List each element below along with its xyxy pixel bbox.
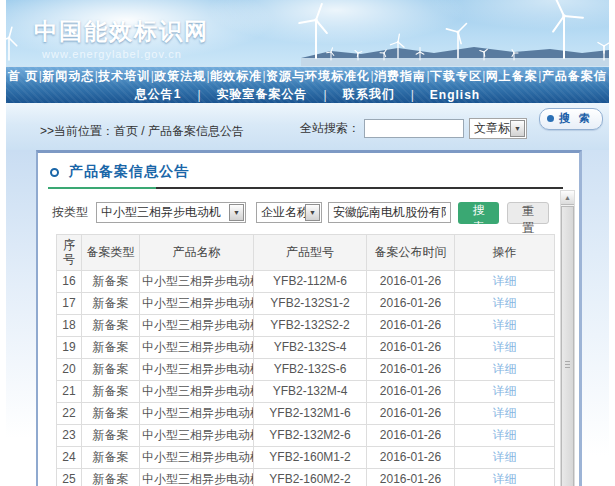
detail-link[interactable]: 详细 [493, 472, 517, 486]
filter-search-button[interactable]: 搜索 [458, 202, 500, 224]
search-category-select[interactable]: 文章标题 ▼ [469, 118, 527, 139]
table-row: 18 新备案 中小型三相异步电动机 YFB2-132S2-2 2016-01-2… [57, 314, 555, 336]
table-row: 25 新备案 中小型三相异步电动机 YFB2-160M2-2 2016-01-2… [57, 468, 555, 486]
detail-link[interactable]: 详细 [493, 340, 517, 354]
table-row: 17 新备案 中小型三相异步电动机 YFB2-132S1-2 2016-01-2… [57, 292, 555, 314]
site-search-button[interactable]: 搜 索 [539, 108, 603, 130]
cell-record-type: 新备案 [82, 292, 140, 314]
cell-publish-date: 2016-01-26 [367, 358, 455, 380]
nav-item[interactable]: 联系我们 [343, 86, 395, 103]
cell-publish-date: 2016-01-26 [367, 424, 455, 446]
cell-action: 详细 [455, 468, 555, 486]
cell-product-model: YFB2-132S-6 [254, 358, 367, 380]
column-header: 备案公布时间 [367, 235, 455, 271]
cell-product-name: 中小型三相异步电动机 [140, 358, 254, 380]
nav-item[interactable]: 首 页 [8, 68, 38, 85]
table-row: 16 新备案 中小型三相异步电动机 YFB2-112M-6 2016-01-26… [57, 270, 555, 292]
nav-item[interactable]: 政策法规 [154, 68, 206, 85]
nav-separator: | [411, 88, 414, 102]
cell-product-name: 中小型三相异步电动机 [140, 270, 254, 292]
detail-link[interactable]: 详细 [493, 318, 517, 332]
cell-action: 详细 [455, 270, 555, 292]
cell-publish-date: 2016-01-26 [367, 380, 455, 402]
company-field-select[interactable]: 企业名称 ▼ [256, 202, 322, 223]
product-type-select[interactable]: 中小型三相异步电动机 ▼ [96, 202, 246, 223]
cell-action: 详细 [455, 314, 555, 336]
cell-publish-date: 2016-01-26 [367, 446, 455, 468]
cell-record-type: 新备案 [82, 380, 140, 402]
section-circle-icon [50, 168, 59, 177]
cell-record-type: 新备案 [82, 424, 140, 446]
filter-reset-button[interactable]: 重置 [507, 202, 549, 224]
table-row: 23 新备案 中小型三相异步电动机 YFB2-132M2-6 2016-01-2… [57, 424, 555, 446]
nav-separator: | [426, 69, 429, 83]
cell-action: 详细 [455, 358, 555, 380]
detail-link[interactable]: 详细 [493, 296, 517, 310]
site-search-input[interactable] [364, 119, 464, 138]
cell-product-name: 中小型三相异步电动机 [140, 424, 254, 446]
page: 中国能效标识网 www.energylabel.gov.cn 首 页|新闻动态|… [6, 0, 609, 486]
site-url: www.energylabel.gov.cn [42, 48, 209, 60]
cell-product-model: YFB2-132M-4 [254, 380, 367, 402]
records-table: 序号备案类型产品名称产品型号备案公布时间操作 16 新备案 中小型三相异步电动机… [56, 234, 555, 486]
search-category-value: 文章标题 [470, 120, 510, 137]
detail-link[interactable]: 详细 [493, 362, 517, 376]
detail-link[interactable]: 详细 [493, 274, 517, 288]
site-search-button-label: 搜 索 [559, 111, 593, 126]
scroll-up-icon[interactable]: ▲ [561, 191, 574, 205]
column-header: 序号 [57, 235, 82, 271]
cell-publish-date: 2016-01-26 [367, 292, 455, 314]
nav-item[interactable]: 新闻动态 [42, 68, 94, 85]
chevron-down-icon[interactable]: ▼ [305, 204, 320, 221]
nav-separator: | [207, 69, 210, 83]
cell-action: 详细 [455, 446, 555, 468]
nav-item[interactable]: 网上备案 [486, 68, 538, 85]
nav-item[interactable]: 技术培训 [98, 68, 150, 85]
cell-action: 详细 [455, 292, 555, 314]
nav-separator: | [151, 69, 154, 83]
filter-type-label: 按类型 [52, 204, 88, 221]
cell-publish-date: 2016-01-26 [367, 468, 455, 486]
cell-action: 详细 [455, 402, 555, 424]
chevron-down-icon[interactable]: ▼ [229, 204, 244, 221]
product-type-value: 中小型三相异步电动机 [97, 204, 221, 221]
main-nav: 首 页|新闻动态|技术培训|政策法规|能效标准|资源与环境标准化|消费指南|下载… [6, 66, 609, 103]
nav-separator: | [95, 69, 98, 83]
table-header-row: 序号备案类型产品名称产品型号备案公布时间操作 [57, 235, 555, 271]
chevron-down-icon[interactable]: ▼ [510, 120, 525, 137]
nav-item[interactable]: 资源与环境标准化 [266, 68, 370, 85]
nav-item[interactable]: 息公告1 [135, 86, 182, 103]
cell-serial: 24 [57, 446, 82, 468]
cell-serial: 25 [57, 468, 82, 486]
nav-item[interactable]: 能效标准 [210, 68, 262, 85]
left-margin-decoration [6, 150, 36, 486]
detail-link[interactable]: 详细 [493, 450, 517, 464]
company-name-input[interactable] [328, 202, 451, 223]
nav-separator: | [324, 88, 327, 102]
nav-item[interactable]: English [430, 88, 480, 102]
detail-link[interactable]: 详细 [493, 406, 517, 420]
cell-product-name: 中小型三相异步电动机 [140, 468, 254, 486]
nav-separator: | [263, 69, 266, 83]
cell-serial: 19 [57, 336, 82, 358]
cell-record-type: 新备案 [82, 402, 140, 424]
nav-item[interactable]: 下载专区 [430, 68, 482, 85]
cell-record-type: 新备案 [82, 336, 140, 358]
nav-item[interactable]: 实验室备案公告 [217, 86, 308, 103]
detail-link[interactable]: 详细 [493, 384, 517, 398]
cell-product-name: 中小型三相异步电动机 [140, 336, 254, 358]
cell-serial: 22 [57, 402, 82, 424]
scrollbar-thumb[interactable] [561, 206, 574, 486]
nav-item[interactable]: 消费指南 [374, 68, 426, 85]
site-title: 中国能效标识网 [34, 16, 209, 47]
table-scrollbar[interactable]: ▲ [560, 190, 575, 486]
scrollbar-grip [565, 361, 570, 368]
nav-row-2: 息公告1|实验室备案公告|联系我们|English [6, 85, 609, 104]
table-row: 20 新备案 中小型三相异步电动机 YFB2-132S-6 2016-01-26… [57, 358, 555, 380]
content-panel: 产品备案信息公告 按类型 中小型三相异步电动机 ▼ 企业名称 ▼ [36, 150, 582, 486]
nav-separator: | [370, 69, 373, 83]
site-search: 全站搜索： 文章标题 ▼ 搜 索 [300, 117, 603, 139]
cell-product-model: YFB2-160M2-2 [254, 468, 367, 486]
nav-item[interactable]: 产品备案信 [542, 68, 607, 85]
detail-link[interactable]: 详细 [493, 428, 517, 442]
